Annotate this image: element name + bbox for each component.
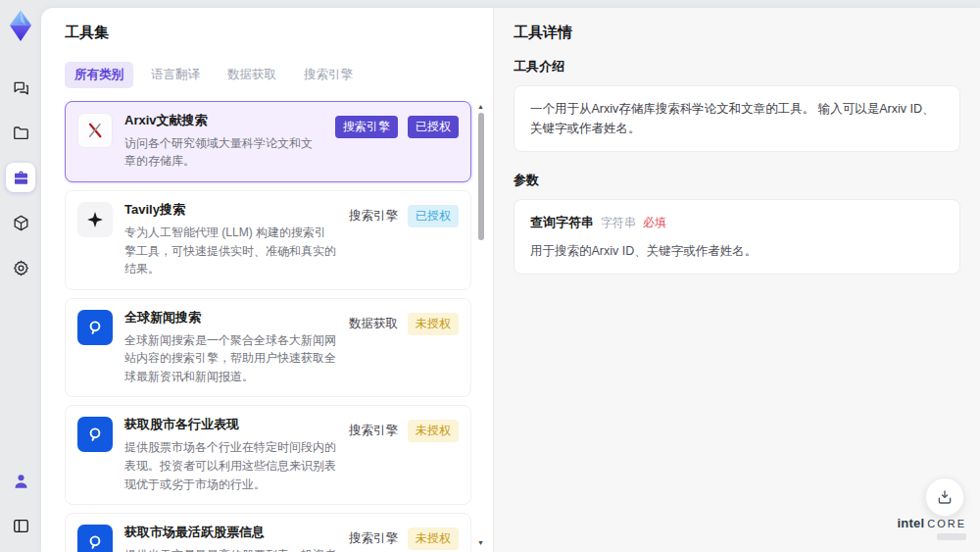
- blue-app-icon: [77, 417, 113, 452]
- param-header: 查询字符串 字符串 必填: [530, 213, 944, 233]
- auth-badge: 未授权: [408, 527, 459, 550]
- card-badges: 搜索引擎 已授权: [349, 202, 459, 227]
- category-label: 搜索引擎: [349, 423, 398, 439]
- tab-language-translation[interactable]: 语言翻译: [141, 62, 210, 88]
- gear-icon[interactable]: [6, 253, 35, 282]
- scroll-up-icon[interactable]: ▲: [477, 103, 484, 110]
- intel-sub-badge: [937, 533, 966, 540]
- params-heading: 参数: [514, 172, 960, 189]
- auth-badge: 已授权: [408, 205, 459, 227]
- card-body: 全球新闻搜索 全球新闻搜索是一个聚合全球各大新闻网站内容的搜索引擎，帮助用户快速…: [124, 310, 337, 386]
- tool-desc: 全球新闻搜索是一个聚合全球各大新闻网站内容的搜索引擎，帮助用户快速获取全球最新资…: [124, 331, 337, 386]
- scroll-down-icon[interactable]: ▼: [477, 539, 484, 546]
- tool-desc: 访问各个研究领域大量科学论文和文章的存储库。: [124, 134, 323, 171]
- app-window: 工具集 所有类别 语言翻译 数据获取 搜索引擎 Arxiv文献搜索 访问各个研究…: [41, 8, 980, 552]
- auth-badge: 未授权: [408, 420, 459, 442]
- card-body: 获取股市各行业表现 提供股票市场各个行业在特定时间段内的表现。投资者可以利用这些…: [124, 417, 337, 493]
- scrollbar-thumb[interactable]: [478, 113, 484, 240]
- tool-name: 获取股市各行业表现: [124, 417, 337, 433]
- tab-data-fetch[interactable]: 数据获取: [218, 62, 286, 88]
- card-badges: 数据获取 未授权: [349, 310, 459, 335]
- app-logo-icon[interactable]: [4, 8, 37, 45]
- param-box: 查询字符串 字符串 必填 用于搜索的Arxiv ID、关键字或作者姓名。: [514, 199, 960, 275]
- cube-icon[interactable]: [6, 208, 35, 237]
- param-desc: 用于搜索的Arxiv ID、关键字或作者姓名。: [530, 241, 944, 261]
- param-required-badge: 必填: [643, 214, 666, 232]
- chat-icon[interactable]: [6, 73, 35, 102]
- arxiv-icon: [77, 113, 113, 148]
- tool-card-arxiv[interactable]: Arxiv文献搜索 访问各个研究领域大量科学论文和文章的存储库。 搜索引擎 已授…: [65, 101, 471, 182]
- category-label: 数据获取: [349, 316, 398, 332]
- card-badges: 搜索引擎 未授权: [349, 525, 459, 550]
- tab-search-engine[interactable]: 搜索引擎: [294, 62, 363, 88]
- tool-name: Arxiv文献搜索: [124, 113, 323, 129]
- tool-desc: 提供股票市场各个行业在特定时间段内的表现。投资者可以利用这些信息来识别表现优于或…: [124, 438, 337, 493]
- card-body: Arxiv文献搜索 访问各个研究领域大量科学论文和文章的存储库。: [124, 113, 323, 171]
- intel-wordmark: intel: [897, 516, 924, 530]
- auth-badge: 未授权: [408, 313, 459, 335]
- tool-card-sector-performance[interactable]: 获取股市各行业表现 提供股票市场各个行业在特定时间段内的表现。投资者可以利用这些…: [65, 405, 471, 505]
- intro-box: 一个用于从Arxiv存储库搜索科学论文和文章的工具。 输入可以是Arxiv ID…: [514, 85, 960, 152]
- toolset-panel: 工具集 所有类别 语言翻译 数据获取 搜索引擎 Arxiv文献搜索 访问各个研究…: [41, 8, 493, 552]
- tool-card-tavily[interactable]: Tavily搜索 专为人工智能代理 (LLM) 构建的搜索引擎工具，可快速提供实…: [65, 190, 471, 290]
- download-icon: [936, 488, 954, 506]
- tool-name: Tavily搜索: [124, 202, 337, 219]
- tool-detail-panel: 工具详情 工具介绍 一个用于从Arxiv存储库搜索科学论文和文章的工具。 输入可…: [493, 8, 980, 552]
- tool-desc: 提供当天交易量最高的股票列表，投资者可以利用这些信息来识别流动性强的股票和潜在的…: [124, 546, 337, 552]
- panel-icon[interactable]: [6, 511, 35, 540]
- card-body: Tavily搜索 专为人工智能代理 (LLM) 构建的搜索引擎工具，可快速提供实…: [124, 202, 337, 278]
- card-badges: 搜索引擎 未授权: [349, 417, 459, 442]
- download-button[interactable]: [925, 477, 964, 517]
- category-badge: 搜索引擎: [335, 116, 398, 138]
- intel-core-logo: intel core: [897, 516, 966, 540]
- tool-card-most-active-stocks[interactable]: 获取市场最活跃股票信息 提供当天交易量最高的股票列表，投资者可以利用这些信息来识…: [65, 513, 471, 552]
- card-body: 获取市场最活跃股票信息 提供当天交易量最高的股票列表，投资者可以利用这些信息来识…: [124, 525, 337, 552]
- tool-card-global-news[interactable]: 全球新闻搜索 全球新闻搜索是一个聚合全球各大新闻网站内容的搜索引擎，帮助用户快速…: [65, 298, 471, 398]
- detail-title: 工具详情: [514, 24, 960, 42]
- category-tabs: 所有类别 语言翻译 数据获取 搜索引擎: [65, 62, 485, 88]
- category-label: 搜索引擎: [349, 530, 398, 547]
- tool-desc: 专为人工智能代理 (LLM) 构建的搜索引擎工具，可快速提供实时、准确和真实的结…: [124, 224, 337, 278]
- tavily-star-icon: [77, 202, 113, 237]
- list-scrollbar[interactable]: ▲ ▼: [475, 101, 485, 552]
- sidebar-rail: [0, 0, 41, 552]
- tab-all-categories[interactable]: 所有类别: [65, 62, 133, 88]
- intro-heading: 工具介绍: [514, 58, 960, 75]
- folder-icon[interactable]: [6, 118, 35, 147]
- card-badges: 搜索引擎 已授权: [335, 113, 459, 138]
- category-label: 搜索引擎: [349, 208, 398, 225]
- param-type: 字符串: [601, 214, 636, 232]
- tool-name: 全球新闻搜索: [124, 310, 337, 326]
- toolset-title: 工具集: [65, 24, 485, 42]
- user-icon[interactable]: [6, 466, 35, 495]
- tool-list: Arxiv文献搜索 访问各个研究领域大量科学论文和文章的存储库。 搜索引擎 已授…: [65, 101, 485, 552]
- tool-name: 获取市场最活跃股票信息: [124, 525, 337, 541]
- blue-app-icon: [77, 310, 113, 345]
- core-wordmark: core: [927, 518, 966, 529]
- param-name: 查询字符串: [530, 213, 594, 233]
- toolbox-icon[interactable]: [6, 163, 35, 192]
- auth-badge: 已授权: [408, 116, 459, 138]
- blue-app-icon: [77, 525, 113, 552]
